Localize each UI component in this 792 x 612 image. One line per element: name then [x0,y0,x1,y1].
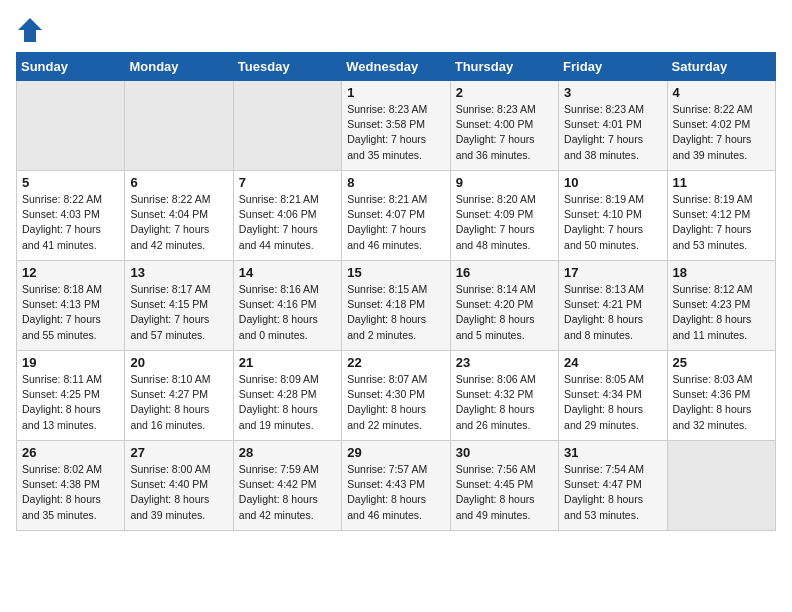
day-info: Sunrise: 8:06 AM Sunset: 4:32 PM Dayligh… [456,372,553,433]
day-number: 10 [564,175,661,190]
day-number: 5 [22,175,119,190]
calendar-cell: 2Sunrise: 8:23 AM Sunset: 4:00 PM Daylig… [450,81,558,171]
day-info: Sunrise: 8:19 AM Sunset: 4:12 PM Dayligh… [673,192,770,253]
day-info: Sunrise: 8:23 AM Sunset: 4:01 PM Dayligh… [564,102,661,163]
day-info: Sunrise: 7:57 AM Sunset: 4:43 PM Dayligh… [347,462,444,523]
calendar-cell: 24Sunrise: 8:05 AM Sunset: 4:34 PM Dayli… [559,351,667,441]
day-info: Sunrise: 8:05 AM Sunset: 4:34 PM Dayligh… [564,372,661,433]
calendar-cell: 25Sunrise: 8:03 AM Sunset: 4:36 PM Dayli… [667,351,775,441]
day-info: Sunrise: 8:21 AM Sunset: 4:06 PM Dayligh… [239,192,336,253]
week-row-1: 1Sunrise: 8:23 AM Sunset: 3:58 PM Daylig… [17,81,776,171]
calendar-cell: 5Sunrise: 8:22 AM Sunset: 4:03 PM Daylig… [17,171,125,261]
day-info: Sunrise: 8:11 AM Sunset: 4:25 PM Dayligh… [22,372,119,433]
day-info: Sunrise: 8:17 AM Sunset: 4:15 PM Dayligh… [130,282,227,343]
calendar-cell: 17Sunrise: 8:13 AM Sunset: 4:21 PM Dayli… [559,261,667,351]
calendar-cell: 10Sunrise: 8:19 AM Sunset: 4:10 PM Dayli… [559,171,667,261]
calendar-cell: 6Sunrise: 8:22 AM Sunset: 4:04 PM Daylig… [125,171,233,261]
calendar-cell: 20Sunrise: 8:10 AM Sunset: 4:27 PM Dayli… [125,351,233,441]
day-info: Sunrise: 8:20 AM Sunset: 4:09 PM Dayligh… [456,192,553,253]
calendar-header: SundayMondayTuesdayWednesdayThursdayFrid… [17,53,776,81]
calendar-cell [667,441,775,531]
day-info: Sunrise: 7:56 AM Sunset: 4:45 PM Dayligh… [456,462,553,523]
day-number: 27 [130,445,227,460]
day-info: Sunrise: 8:12 AM Sunset: 4:23 PM Dayligh… [673,282,770,343]
calendar-cell: 28Sunrise: 7:59 AM Sunset: 4:42 PM Dayli… [233,441,341,531]
day-number: 31 [564,445,661,460]
day-info: Sunrise: 8:19 AM Sunset: 4:10 PM Dayligh… [564,192,661,253]
calendar-cell: 4Sunrise: 8:22 AM Sunset: 4:02 PM Daylig… [667,81,775,171]
day-info: Sunrise: 8:22 AM Sunset: 4:03 PM Dayligh… [22,192,119,253]
weekday-header-saturday: Saturday [667,53,775,81]
day-info: Sunrise: 8:00 AM Sunset: 4:40 PM Dayligh… [130,462,227,523]
day-number: 15 [347,265,444,280]
calendar-cell: 1Sunrise: 8:23 AM Sunset: 3:58 PM Daylig… [342,81,450,171]
day-number: 26 [22,445,119,460]
calendar-cell: 26Sunrise: 8:02 AM Sunset: 4:38 PM Dayli… [17,441,125,531]
day-number: 21 [239,355,336,370]
day-info: Sunrise: 8:18 AM Sunset: 4:13 PM Dayligh… [22,282,119,343]
calendar-cell: 3Sunrise: 8:23 AM Sunset: 4:01 PM Daylig… [559,81,667,171]
day-info: Sunrise: 8:15 AM Sunset: 4:18 PM Dayligh… [347,282,444,343]
day-number: 2 [456,85,553,100]
day-number: 30 [456,445,553,460]
day-number: 29 [347,445,444,460]
calendar-cell: 31Sunrise: 7:54 AM Sunset: 4:47 PM Dayli… [559,441,667,531]
day-info: Sunrise: 8:13 AM Sunset: 4:21 PM Dayligh… [564,282,661,343]
calendar-cell: 9Sunrise: 8:20 AM Sunset: 4:09 PM Daylig… [450,171,558,261]
day-number: 19 [22,355,119,370]
calendar-cell: 27Sunrise: 8:00 AM Sunset: 4:40 PM Dayli… [125,441,233,531]
day-number: 22 [347,355,444,370]
svg-marker-0 [18,18,42,42]
logo [16,16,48,44]
day-info: Sunrise: 8:21 AM Sunset: 4:07 PM Dayligh… [347,192,444,253]
day-number: 25 [673,355,770,370]
day-number: 20 [130,355,227,370]
day-info: Sunrise: 8:09 AM Sunset: 4:28 PM Dayligh… [239,372,336,433]
page-header [16,16,776,44]
weekday-header-sunday: Sunday [17,53,125,81]
day-number: 8 [347,175,444,190]
weekday-header-thursday: Thursday [450,53,558,81]
day-number: 3 [564,85,661,100]
weekday-header-wednesday: Wednesday [342,53,450,81]
day-number: 17 [564,265,661,280]
day-number: 12 [22,265,119,280]
calendar-cell: 13Sunrise: 8:17 AM Sunset: 4:15 PM Dayli… [125,261,233,351]
calendar-cell: 21Sunrise: 8:09 AM Sunset: 4:28 PM Dayli… [233,351,341,441]
calendar-cell [233,81,341,171]
calendar-cell: 16Sunrise: 8:14 AM Sunset: 4:20 PM Dayli… [450,261,558,351]
calendar-cell [125,81,233,171]
calendar-cell: 12Sunrise: 8:18 AM Sunset: 4:13 PM Dayli… [17,261,125,351]
day-info: Sunrise: 8:10 AM Sunset: 4:27 PM Dayligh… [130,372,227,433]
calendar-cell: 29Sunrise: 7:57 AM Sunset: 4:43 PM Dayli… [342,441,450,531]
day-number: 9 [456,175,553,190]
day-info: Sunrise: 8:16 AM Sunset: 4:16 PM Dayligh… [239,282,336,343]
weekday-header-friday: Friday [559,53,667,81]
day-number: 4 [673,85,770,100]
day-info: Sunrise: 8:07 AM Sunset: 4:30 PM Dayligh… [347,372,444,433]
day-number: 7 [239,175,336,190]
day-number: 1 [347,85,444,100]
day-info: Sunrise: 7:54 AM Sunset: 4:47 PM Dayligh… [564,462,661,523]
day-number: 13 [130,265,227,280]
day-info: Sunrise: 8:22 AM Sunset: 4:02 PM Dayligh… [673,102,770,163]
day-info: Sunrise: 8:03 AM Sunset: 4:36 PM Dayligh… [673,372,770,433]
calendar-cell [17,81,125,171]
week-row-5: 26Sunrise: 8:02 AM Sunset: 4:38 PM Dayli… [17,441,776,531]
week-row-2: 5Sunrise: 8:22 AM Sunset: 4:03 PM Daylig… [17,171,776,261]
day-info: Sunrise: 7:59 AM Sunset: 4:42 PM Dayligh… [239,462,336,523]
logo-icon [16,16,44,44]
day-number: 18 [673,265,770,280]
day-number: 28 [239,445,336,460]
day-number: 24 [564,355,661,370]
day-info: Sunrise: 8:23 AM Sunset: 4:00 PM Dayligh… [456,102,553,163]
day-number: 14 [239,265,336,280]
calendar-cell: 7Sunrise: 8:21 AM Sunset: 4:06 PM Daylig… [233,171,341,261]
day-info: Sunrise: 8:22 AM Sunset: 4:04 PM Dayligh… [130,192,227,253]
calendar-cell: 14Sunrise: 8:16 AM Sunset: 4:16 PM Dayli… [233,261,341,351]
calendar-body: 1Sunrise: 8:23 AM Sunset: 3:58 PM Daylig… [17,81,776,531]
weekday-header-row: SundayMondayTuesdayWednesdayThursdayFrid… [17,53,776,81]
day-number: 11 [673,175,770,190]
calendar-table: SundayMondayTuesdayWednesdayThursdayFrid… [16,52,776,531]
day-info: Sunrise: 8:14 AM Sunset: 4:20 PM Dayligh… [456,282,553,343]
